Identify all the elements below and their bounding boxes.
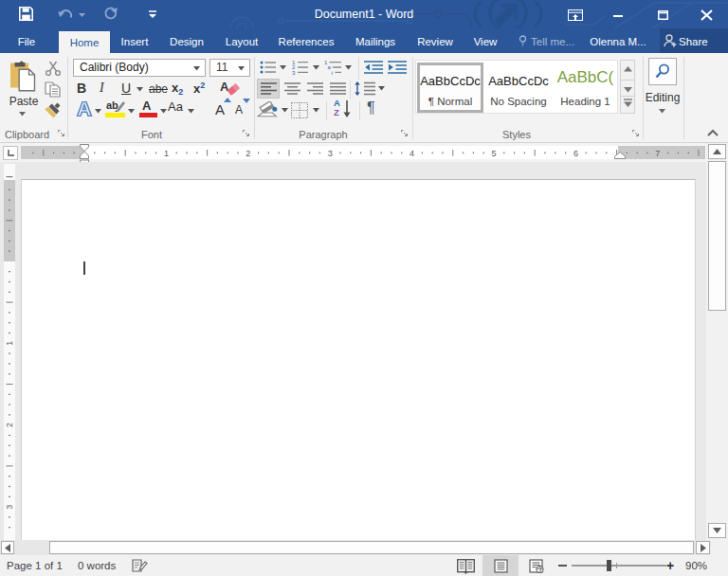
svg-text:2: 2 [246, 149, 250, 158]
svg-text:3: 3 [292, 70, 296, 76]
svg-text:1: 1 [6, 341, 15, 346]
svg-text:3: 3 [6, 504, 15, 509]
svg-text:3: 3 [328, 149, 333, 158]
svg-text:6: 6 [573, 149, 578, 158]
svg-text:4: 4 [410, 149, 414, 158]
svg-text:2: 2 [6, 423, 15, 427]
svg-text:7: 7 [655, 149, 660, 158]
svg-text:5: 5 [491, 149, 496, 158]
svg-text:i: i [332, 70, 333, 76]
svg-text:1: 1 [164, 149, 169, 158]
